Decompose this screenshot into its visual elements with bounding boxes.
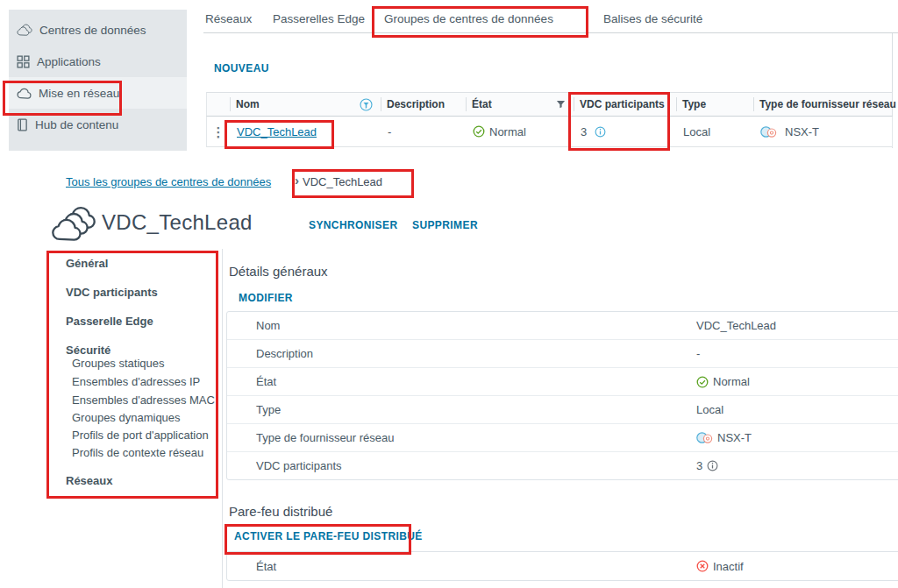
column-label: VDC participants bbox=[580, 98, 665, 110]
data-centers-icon bbox=[17, 24, 32, 36]
distributed-firewall-heading: Pare-feu distribué bbox=[229, 504, 332, 519]
applications-icon bbox=[17, 55, 30, 68]
detail-value: Local bbox=[696, 403, 723, 416]
column-header-type: Type bbox=[676, 97, 753, 111]
detail-value: 3 bbox=[696, 459, 718, 472]
page-title: VDC_TechLead bbox=[102, 210, 253, 235]
error-icon bbox=[696, 560, 709, 572]
column-header-vdc-participants: VDC participants bbox=[574, 97, 676, 111]
info-icon[interactable] bbox=[707, 460, 718, 471]
value-text: Local bbox=[696, 403, 723, 416]
breadcrumb-link[interactable]: Tous les groupes de centres de données bbox=[66, 175, 271, 188]
general-details-table: Nom VDC_TechLead Description - État Norm… bbox=[226, 311, 898, 480]
column-label: Type bbox=[682, 98, 706, 110]
detail-value: Inactif bbox=[696, 560, 744, 573]
description-value: - bbox=[388, 125, 391, 138]
delete-button[interactable]: SUPPRIMER bbox=[412, 219, 478, 231]
network-provider-value: NSX-T bbox=[785, 125, 819, 138]
value-text: NSX-T bbox=[717, 431, 752, 444]
type-value: Local bbox=[683, 125, 710, 138]
nav-item-general[interactable]: Général bbox=[66, 257, 108, 270]
filter-icon[interactable] bbox=[556, 100, 566, 110]
tab-reseaux[interactable]: Réseaux bbox=[205, 12, 252, 25]
content-hub-icon bbox=[17, 118, 28, 131]
detail-row: Type de fournisseur réseau NSX-T bbox=[227, 424, 898, 452]
networking-icon bbox=[17, 88, 32, 99]
detail-label: État bbox=[227, 375, 276, 388]
filter-active-icon[interactable] bbox=[360, 98, 373, 111]
detail-label: VDC participants bbox=[227, 459, 342, 472]
info-icon[interactable] bbox=[595, 126, 606, 138]
tab-passerelles-edge[interactable]: Passerelles Edge bbox=[273, 12, 365, 25]
nsxt-icon bbox=[696, 431, 713, 444]
vdc-techlead-link[interactable]: VDC_TechLead bbox=[237, 125, 317, 138]
detail-row: Description - bbox=[227, 340, 898, 368]
sidebar: Centres de données Applications Mise en … bbox=[9, 10, 187, 151]
tab-groupes-de-centres-de-donnees[interactable]: Groupes de centres de données bbox=[384, 12, 553, 25]
detail-row: VDC participants 3 bbox=[227, 452, 898, 479]
kebab-menu-button[interactable]: ⋮ bbox=[212, 125, 225, 138]
breadcrumb-chevron-icon: › bbox=[295, 173, 299, 188]
activate-firewall-button[interactable]: ACTIVER LE PARE-FEU DISTRIBUÉ bbox=[234, 530, 423, 542]
nav-item-ensembles-adresses-ip[interactable]: Ensembles d'adresses IP bbox=[72, 375, 200, 388]
sidebar-item-label: Hub de contenu bbox=[35, 118, 118, 131]
nav-item-vdc-participants[interactable]: VDC participants bbox=[66, 286, 158, 299]
detail-row: État Inactif bbox=[227, 552, 898, 580]
table-row: ⋮ VDC_TechLead - Normal 3 bbox=[206, 117, 893, 147]
column-header-description: Description bbox=[381, 97, 466, 111]
nav-item-profils-port-application[interactable]: Profils de port d'application bbox=[72, 429, 209, 442]
datacenter-group-icon bbox=[51, 204, 96, 243]
nsxt-icon bbox=[760, 125, 777, 138]
sidebar-item-label: Mise en réseau bbox=[39, 87, 119, 100]
detail-label: État bbox=[227, 560, 276, 573]
sidebar-item-applications[interactable]: Applications bbox=[9, 46, 187, 77]
nav-content-divider bbox=[222, 249, 223, 588]
value-text: Normal bbox=[713, 375, 750, 388]
success-icon bbox=[696, 376, 709, 388]
nav-item-ensembles-adresses-mac[interactable]: Ensembles d'adresses MAC bbox=[72, 393, 215, 407]
nav-item-reseaux[interactable]: Réseaux bbox=[66, 474, 112, 487]
column-label: État bbox=[472, 98, 492, 110]
column-label: Nom bbox=[236, 98, 260, 110]
new-button[interactable]: NOUVEAU bbox=[214, 62, 269, 74]
datagrid-header: Nom Description État VDC participants Ty… bbox=[206, 92, 893, 117]
nav-item-profils-contexte-reseau[interactable]: Profils de contexte réseau bbox=[72, 446, 203, 459]
status-label: Normal bbox=[489, 125, 526, 138]
detail-row: Nom VDC_TechLead bbox=[227, 312, 898, 340]
value-text: - bbox=[696, 347, 700, 360]
column-header-nom: Nom bbox=[230, 97, 381, 111]
breadcrumb-current: VDC_TechLead bbox=[303, 175, 382, 188]
detail-label: Type bbox=[227, 403, 281, 416]
tabs-divider bbox=[203, 32, 898, 33]
synchronize-button[interactable]: SYNCHRONISER bbox=[309, 219, 397, 231]
column-header-etat: État bbox=[466, 97, 574, 111]
sidebar-item-hub-de-contenu[interactable]: Hub de contenu bbox=[9, 109, 187, 140]
sidebar-item-mise-en-reseau[interactable]: Mise en réseau bbox=[9, 77, 187, 109]
value-text: Inactif bbox=[713, 560, 744, 573]
screen: Centres de données Applications Mise en … bbox=[0, 0, 898, 588]
detail-value: NSX-T bbox=[696, 431, 752, 444]
sidebar-item-label: Applications bbox=[37, 55, 101, 68]
vdc-participants-count: 3 bbox=[581, 125, 587, 138]
nav-item-securite[interactable]: Sécurité bbox=[66, 344, 110, 357]
edit-button[interactable]: MODIFIER bbox=[239, 292, 293, 304]
nav-item-passerelle-edge[interactable]: Passerelle Edge bbox=[66, 315, 153, 328]
nav-item-groupes-dynamiques[interactable]: Groupes dynamiques bbox=[72, 411, 181, 424]
column-header-actions bbox=[207, 97, 230, 111]
firewall-table: État Inactif bbox=[226, 551, 898, 581]
column-header-type-fournisseur: Type de fournisseur réseau bbox=[753, 97, 898, 111]
status-badge: Normal bbox=[473, 125, 526, 138]
tab-balises-de-securite[interactable]: Balises de sécurité bbox=[603, 12, 702, 25]
column-label: Description bbox=[387, 98, 445, 110]
sidebar-item-centres-de-donnees[interactable]: Centres de données bbox=[9, 14, 187, 46]
datagrid: Nom Description État VDC participants Ty… bbox=[206, 92, 893, 147]
nav-item-groupes-statiques[interactable]: Groupes statiques bbox=[72, 357, 165, 370]
detail-label: Nom bbox=[227, 319, 280, 332]
detail-label: Description bbox=[227, 347, 313, 360]
detail-value: VDC_TechLead bbox=[696, 319, 776, 332]
column-label: Type de fournisseur réseau bbox=[759, 98, 896, 110]
value-text: VDC_TechLead bbox=[696, 319, 776, 332]
detail-label: Type de fournisseur réseau bbox=[227, 431, 395, 444]
value-text: 3 bbox=[696, 459, 702, 472]
sidebar-item-label: Centres de données bbox=[39, 24, 146, 37]
